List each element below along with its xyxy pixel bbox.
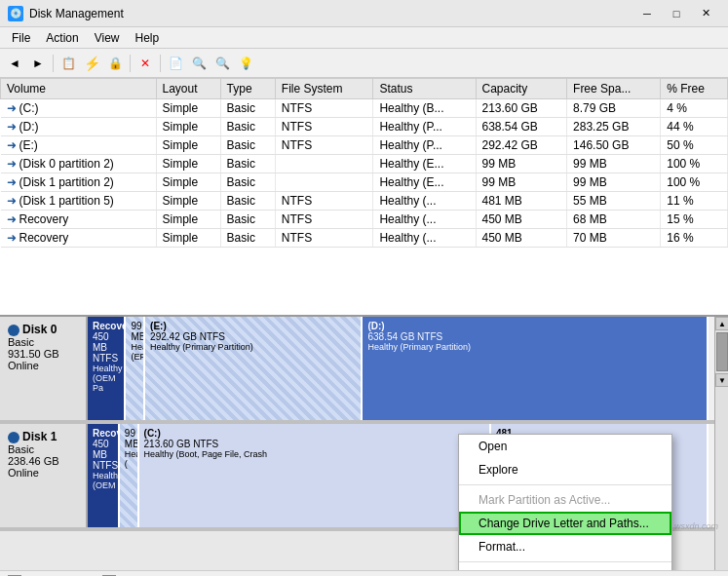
part-size: 450 MB NTFS [93, 331, 119, 364]
part-status: Healthy (Primary Partition) [367, 342, 702, 352]
cell-pct: 100 % [661, 173, 728, 192]
tool-btn-5[interactable]: 💡 [235, 53, 256, 74]
cell-layout: Simple [156, 211, 220, 229]
tool-btn-search1[interactable]: 🔍 [188, 53, 210, 74]
table-row[interactable]: ➜(C:) Simple Basic NTFS Healthy (B... 21… [1, 99, 728, 118]
context-explore[interactable]: Explore [459, 458, 671, 481]
cell-volume: ➜(Disk 1 partition 5) [1, 192, 157, 211]
minimize-button[interactable]: ─ [632, 4, 662, 23]
cell-capacity: 638.54 GB [476, 118, 567, 136]
col-status[interactable]: Status [373, 79, 476, 99]
forward-button[interactable]: ► [27, 53, 49, 74]
partition-1-2[interactable]: (C:) 213.60 GB NTFS Healthy (Boot, Page … [139, 424, 491, 527]
table-row[interactable]: ➜Recovery Simple Basic NTFS Healthy (...… [1, 229, 728, 248]
partition-1-1[interactable]: 99 MB Healthy ( [120, 424, 139, 527]
cell-capacity: 213.60 GB [476, 99, 567, 118]
cell-type: Basic [220, 155, 275, 173]
app-icon: 💿 [8, 6, 23, 21]
menu-help[interactable]: Help [128, 29, 168, 47]
context-extend[interactable]: Extend Volume... [459, 565, 671, 570]
table-row[interactable]: ➜(Disk 1 partition 5) Simple Basic NTFS … [1, 192, 728, 211]
cell-fs: NTFS [275, 192, 373, 211]
cell-fs [275, 155, 373, 173]
cell-type: Basic [220, 136, 275, 155]
menu-action[interactable]: Action [38, 29, 86, 47]
disk-label-1: Disk 1 Basic 238.46 GB Online [0, 424, 88, 527]
partition-0-3[interactable]: (D:) 638.54 GB NTFS Healthy (Primary Par… [363, 317, 709, 420]
col-type[interactable]: Type [220, 79, 275, 99]
cell-layout: Simple [156, 173, 220, 192]
part-name: Recovery [93, 428, 113, 439]
cell-layout: Simple [156, 136, 220, 155]
cell-free: 146.50 GB [567, 136, 661, 155]
col-layout[interactable]: Layout [156, 79, 220, 99]
context-open[interactable]: Open [459, 435, 671, 458]
status-bar: Unallocated Primary partition [0, 570, 728, 576]
tool-btn-3[interactable]: 🔒 [104, 53, 126, 74]
tool-btn-2[interactable]: ⚡ [81, 53, 102, 74]
partition-0-0[interactable]: Recovery 450 MB NTFS Healthy (OEM Pa [88, 317, 126, 420]
menu-view[interactable]: View [87, 29, 128, 47]
cell-type: Basic [220, 173, 275, 192]
cell-free: 8.79 GB [567, 99, 661, 118]
part-size: 450 MB NTFS [93, 439, 113, 471]
table-row[interactable]: ➜(Disk 1 partition 2) Simple Basic Healt… [1, 173, 728, 192]
disk-type: Basic [8, 443, 78, 455]
cell-status: Healthy (... [373, 211, 476, 229]
table-row[interactable]: ➜(Disk 0 partition 2) Simple Basic Healt… [1, 155, 728, 173]
col-capacity[interactable]: Capacity [476, 79, 567, 99]
cell-pct: 4 % [661, 99, 728, 118]
cell-volume: ➜Recovery [1, 229, 157, 248]
cell-status: Healthy (B... [373, 99, 476, 118]
scroll-up-button[interactable]: ▲ [715, 317, 728, 330]
disk-size: 238.46 GB [8, 455, 78, 467]
cell-fs: NTFS [275, 211, 373, 229]
back-button[interactable]: ◄ [4, 53, 25, 74]
tool-btn-1[interactable]: 📋 [57, 53, 79, 74]
table-row[interactable]: ➜(E:) Simple Basic NTFS Healthy (P... 29… [1, 136, 728, 155]
col-pctfree[interactable]: % Free [661, 79, 728, 99]
col-volume[interactable]: Volume [1, 79, 157, 99]
part-size: 99 MB [131, 321, 138, 342]
cell-free: 283.25 GB [567, 118, 661, 136]
cell-status: Healthy (P... [373, 118, 476, 136]
disk-size: 931.50 GB [8, 348, 78, 360]
partition-0-2[interactable]: (E:) 292.42 GB NTFS Healthy (Primary Par… [145, 317, 363, 420]
lower-scrollbar[interactable]: ▲ ▼ [714, 317, 728, 570]
table-row[interactable]: ➜(D:) Simple Basic NTFS Healthy (P... 63… [1, 118, 728, 136]
maximize-button[interactable]: □ [662, 4, 691, 23]
part-size: 638.54 GB NTFS [367, 331, 702, 342]
tool-btn-delete[interactable]: ✕ [134, 53, 156, 74]
cell-type: Basic [220, 192, 275, 211]
table-row[interactable]: ➜Recovery Simple Basic NTFS Healthy (...… [1, 211, 728, 229]
disk-name: Disk 0 [8, 323, 78, 336]
cell-capacity: 481 MB [476, 192, 567, 211]
cell-fs: NTFS [275, 99, 373, 118]
tool-btn-search2[interactable]: 🔍 [211, 53, 233, 74]
context-format[interactable]: Format... [459, 535, 671, 558]
context-change-letter[interactable]: Change Drive Letter and Paths... [459, 512, 671, 535]
col-filesystem[interactable]: File System [275, 79, 373, 99]
cell-volume: ➜(E:) [1, 136, 157, 155]
scroll-thumb[interactable] [716, 332, 728, 371]
cell-pct: 11 % [661, 192, 728, 211]
col-freespace[interactable]: Free Spa... [567, 79, 661, 99]
partition-1-0[interactable]: Recovery 450 MB NTFS Healthy (OEM [88, 424, 120, 527]
scroll-down-button[interactable]: ▼ [715, 373, 728, 387]
part-name: (C:) [144, 428, 484, 439]
cell-volume: ➜(Disk 1 partition 2) [1, 173, 157, 192]
disk-type: Basic [8, 336, 78, 348]
cell-fs: NTFS [275, 118, 373, 136]
context-mark-active[interactable]: Mark Partition as Active... [459, 488, 671, 512]
cell-volume: ➜(D:) [1, 118, 157, 136]
partition-0-1[interactable]: 99 MB Healthy (EFI [126, 317, 145, 420]
menu-file[interactable]: File [4, 29, 38, 47]
cell-status: Healthy (P... [373, 136, 476, 155]
cell-free: 99 MB [567, 155, 661, 173]
cell-layout: Simple [156, 229, 220, 248]
close-button[interactable]: ✕ [691, 4, 720, 23]
tool-btn-4[interactable]: 📄 [165, 53, 186, 74]
cell-fs: NTFS [275, 229, 373, 248]
disk-row-0: Disk 0 Basic 931.50 GB Online Recovery 4… [0, 317, 728, 424]
part-status: Healthy (OEM [93, 471, 113, 490]
